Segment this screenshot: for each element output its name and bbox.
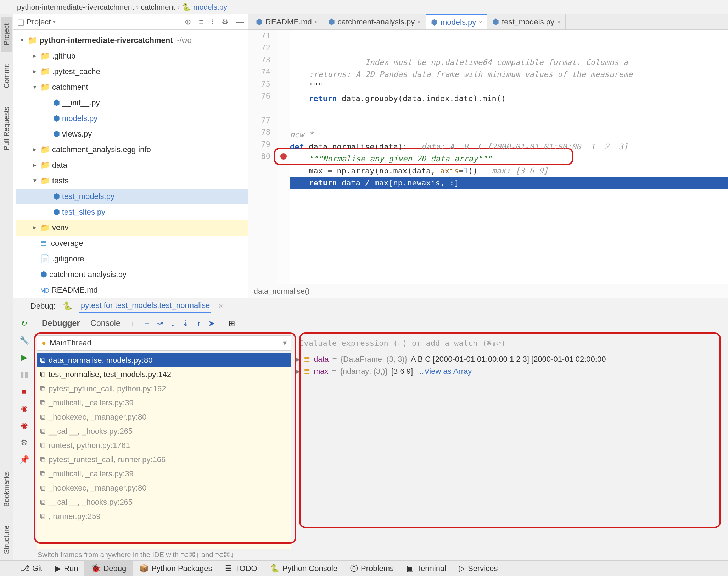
frame-row[interactable]: ⧉__call__, _hooks.py:265 [37,495,291,509]
tree-item[interactable]: ⬢__init__.py [16,95,248,111]
thread-select[interactable]: ● MainThread ▾ [37,335,291,351]
frame-row[interactable]: ⧉runtest, python.py:1761 [37,438,291,453]
tree-item[interactable]: ▸📁data [16,157,248,173]
run-to-cursor-icon[interactable]: ➤ [208,319,215,328]
tree-item[interactable]: ▸📁.github [16,48,248,64]
view-as-array-link[interactable]: …View as Array [416,367,472,376]
variable-row[interactable]: ▸≣data = {DataFrame: (3, 3)} A B C [2000… [296,353,724,365]
expand-icon[interactable]: ▸ [296,355,300,364]
frame-row[interactable]: ⧉__call__, _hooks.py:265 [37,424,291,438]
tree-item[interactable]: ▾📁tests [16,173,248,189]
file-icon: ≣ [40,236,47,251]
file-icon: ⬢ [53,126,60,142]
settings-icon[interactable]: ⚙ [222,17,229,27]
evaluate-hint[interactable]: Evaluate expression (⏎) or add a watch (… [296,335,724,353]
frame-row[interactable]: ⧉_multicall, _callers.py:39 [37,396,291,410]
editor-tab[interactable]: ⬢catchment-analysis.py× [323,14,426,29]
debug-run-config[interactable]: pytest for test_models.test_normalise [79,299,211,313]
debug-tool[interactable]: 🐞Debug [84,561,133,576]
packages-tool[interactable]: 📦Python Packages [133,561,218,576]
breadcrumb-item[interactable]: models.py [193,3,227,11]
tree-item[interactable]: ▸📁venv [16,220,248,236]
pause-icon[interactable]: ▮▮ [20,370,28,379]
commit-tool-tab[interactable]: Commit [1,57,12,95]
editor-tab[interactable]: ⬢test_models.py× [487,14,566,29]
frame-row[interactable]: ⧉_hookexec, _manager.py:80 [37,410,291,424]
stop-icon[interactable]: ■ [22,387,26,396]
tree-item[interactable]: ≣.coverage [16,236,248,251]
editor-tab[interactable]: ⬢README.md× [251,14,323,29]
todo-tool[interactable]: ☰TODO [219,561,264,576]
console-tab[interactable]: Console [90,319,120,328]
close-icon[interactable]: × [218,301,223,311]
breadcrumb-item[interactable]: python-intermediate-rivercatchment [17,3,134,11]
project-panel: ▤ Project ▾ ⊕ ≡ ⁝ ⚙ — ▾📁python-intermedi… [13,14,248,298]
tree-item[interactable]: ⬢models.py [16,111,248,126]
terminal-tool[interactable]: ▣Terminal [400,561,453,576]
breakpoint-icon[interactable] [280,153,287,160]
pin-icon[interactable]: 📌 [19,455,29,464]
frame-row[interactable]: ⧉data_normalise, models.py:80 [37,353,291,367]
close-icon[interactable]: × [315,19,318,25]
mute-breakpoints-icon[interactable]: ◉ [21,421,28,430]
close-icon[interactable]: × [557,19,560,25]
modify-run-icon[interactable]: 🔧 [19,336,29,345]
variables-panel: Evaluate expression (⏎) or add a watch (… [293,333,728,560]
show-exec-point-icon[interactable]: ≡ [144,319,149,328]
tree-item[interactable]: ⬢test_models.py [16,189,248,204]
line-gutter[interactable]: 71727374757677787980 [248,30,277,284]
tree-item[interactable]: ⬢catchment-analysis.py [16,267,248,282]
packages-icon: 📦 [139,564,149,573]
structure-tool-tab[interactable]: Structure [1,519,12,560]
tree-item[interactable]: ▸📁catchment_analysis.egg-info [16,142,248,157]
frame-row[interactable]: ⧉_multicall, _callers.py:39 [37,467,291,481]
debugger-tab[interactable]: Debugger [42,319,80,328]
step-into-icon[interactable]: ↓ [171,319,175,328]
project-tree[interactable]: ▾📁python-intermediate-rivercatchment ~/w… [13,30,248,298]
project-tool-tab[interactable]: Project [1,17,12,52]
frames-list[interactable]: ⧉data_normalise, models.py:80⧉test_norma… [37,353,291,549]
editor-code[interactable]: Index must be np.datetime64 compatible f… [290,30,728,284]
frame-row[interactable]: ⧉, runner.py:259 [37,509,291,524]
git-tool[interactable]: ⎇Git [14,561,49,576]
view-breakpoints-icon[interactable]: ◉ [21,404,28,413]
pyconsole-tool[interactable]: 🐍Python Console [264,561,344,576]
tree-item[interactable]: ▸📁.pytest_cache [16,64,248,79]
tree-item[interactable]: ▾📁catchment [16,79,248,95]
resume-icon[interactable]: ▶ [21,353,27,362]
problems-tool[interactable]: ⓪Problems [344,561,400,576]
frame-row[interactable]: ⧉pytest_pyfunc_call, python.py:192 [37,382,291,396]
frame-row[interactable]: ⧉pytest_runtest_call, runner.py:166 [37,453,291,467]
expand-icon[interactable]: ≡ [199,17,203,27]
tree-item[interactable]: ▾📁python-intermediate-rivercatchment ~/w… [16,33,248,48]
close-icon[interactable]: × [418,19,421,25]
rerun-icon[interactable]: ↻ [21,319,27,328]
step-into-my-icon[interactable]: ⇣ [183,319,189,328]
tree-item[interactable]: ⬢views.py [16,126,248,142]
step-over-icon[interactable]: ⤻ [157,319,163,328]
project-dropdown[interactable]: ▤ Project ▾ [17,17,56,27]
services-tool[interactable]: ▷Services [453,561,504,576]
variable-row[interactable]: ▸≣max = {ndarray: (3,)} [3 6 9] …View as… [296,365,724,377]
collapse-icon[interactable]: ⁝ [211,17,214,27]
evaluate-icon[interactable]: ⊞ [229,319,235,328]
pull-requests-tool-tab[interactable]: Pull Requests [1,100,12,157]
debug-settings-icon[interactable]: ⚙ [21,438,28,447]
close-icon[interactable]: × [479,19,482,25]
tree-item[interactable]: ⬢test_sites.py [16,204,248,220]
locate-icon[interactable]: ⊕ [185,17,191,27]
tree-item[interactable]: MDREADME.md [16,282,248,298]
bookmarks-tool-tab[interactable]: Bookmarks [1,465,12,513]
frame-row[interactable]: ⧉_hookexec, _manager.py:80 [37,481,291,495]
debug-panel: Debug: 🐍 pytest for test_models.test_nor… [13,298,728,560]
hide-icon[interactable]: — [236,17,244,27]
tree-item[interactable]: 📄.gitignore [16,251,248,267]
editor-tab[interactable]: ⬢models.py× [426,14,487,29]
breadcrumb-item[interactable]: catchment [141,3,175,11]
bottom-toolbar: ⎇Git ▶Run 🐞Debug 📦Python Packages ☰TODO … [0,560,728,576]
breakpoint-gutter[interactable] [277,30,290,284]
run-tool[interactable]: ▶Run [49,561,84,576]
frame-row[interactable]: ⧉test_normalise, test_models.py:142 [37,367,291,382]
expand-icon[interactable]: ▸ [296,367,300,376]
step-out-icon[interactable]: ↑ [197,319,201,328]
